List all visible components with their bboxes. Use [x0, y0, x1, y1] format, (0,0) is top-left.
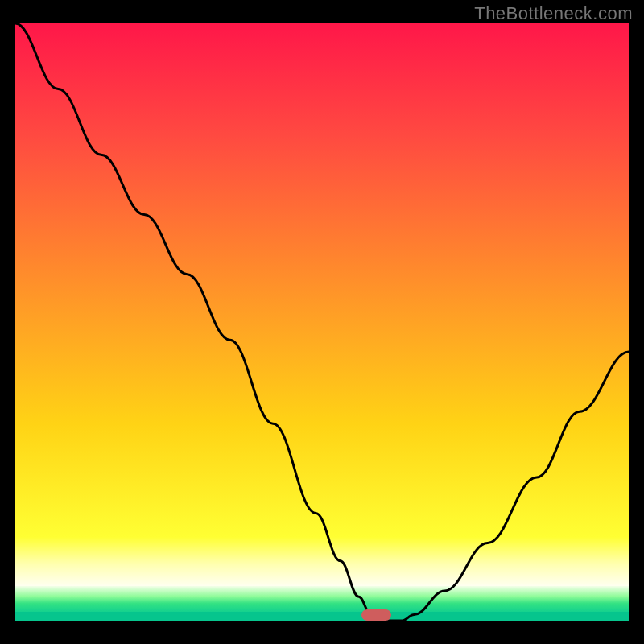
optimum-marker	[361, 609, 391, 621]
bottleneck-curve	[15, 23, 629, 621]
watermark-text: TheBottleneck.com	[474, 3, 633, 24]
